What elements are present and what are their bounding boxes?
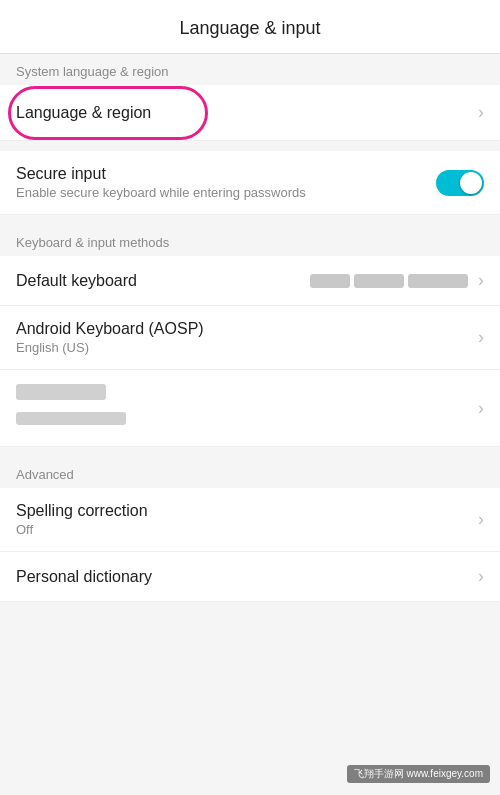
chevron-icon-personal-dictionary: › <box>478 566 484 587</box>
row-right-blurred: › <box>474 398 484 419</box>
page-wrapper: Language & input System language & regio… <box>0 0 500 795</box>
gap-2 <box>0 215 500 225</box>
blurred-value-part1 <box>310 274 350 288</box>
secure-input-toggle[interactable] <box>436 170 484 196</box>
setting-row-personal-dictionary[interactable]: Personal dictionary › <box>0 552 500 602</box>
setting-row-android-keyboard[interactable]: Android Keyboard (AOSP) English (US) › <box>0 306 500 370</box>
setting-title-android-keyboard: Android Keyboard (AOSP) <box>16 320 474 338</box>
chevron-icon-blurred: › <box>478 398 484 419</box>
setting-content-blurred <box>16 384 474 432</box>
header: Language & input <box>0 0 500 54</box>
setting-content-spelling-correction: Spelling correction Off <box>16 502 474 537</box>
setting-row-spelling-correction[interactable]: Spelling correction Off › <box>0 488 500 552</box>
setting-subtitle-spelling-correction: Off <box>16 522 474 537</box>
section-label-system-language: System language & region <box>0 54 500 85</box>
setting-row-blurred-item[interactable]: › <box>0 370 500 447</box>
blurred-value-part3 <box>408 274 468 288</box>
setting-row-secure-input[interactable]: Secure input Enable secure keyboard whil… <box>0 151 500 215</box>
blurred-title <box>16 384 106 400</box>
setting-content-language-region: Language & region <box>16 104 474 122</box>
chevron-icon-spelling-correction: › <box>478 509 484 530</box>
setting-row-language-region[interactable]: Language & region › <box>0 85 500 141</box>
setting-title-secure-input: Secure input <box>16 165 436 183</box>
setting-title-personal-dictionary: Personal dictionary <box>16 568 474 586</box>
setting-content-secure-input: Secure input Enable secure keyboard whil… <box>16 165 436 200</box>
page-title: Language & input <box>179 18 320 38</box>
row-right-spelling-correction: › <box>474 509 484 530</box>
watermark: 飞翔手游网 www.feixgey.com <box>347 765 490 783</box>
blurred-subtitle <box>16 412 126 425</box>
secure-input-toggle-container <box>436 170 484 196</box>
row-right-android-keyboard: › <box>474 327 484 348</box>
blurred-value-part2 <box>354 274 404 288</box>
setting-content-android-keyboard: Android Keyboard (AOSP) English (US) <box>16 320 474 355</box>
gap-1 <box>0 141 500 151</box>
chevron-icon-android-keyboard: › <box>478 327 484 348</box>
setting-subtitle-secure-input: Enable secure keyboard while entering pa… <box>16 185 436 200</box>
chevron-icon-language-region: › <box>478 102 484 123</box>
setting-subtitle-android-keyboard: English (US) <box>16 340 474 355</box>
setting-content-default-keyboard: Default keyboard <box>16 272 310 290</box>
setting-row-default-keyboard[interactable]: Default keyboard › <box>0 256 500 306</box>
chevron-icon-default-keyboard: › <box>478 270 484 291</box>
section-label-advanced: Advanced <box>0 457 500 488</box>
gap-3 <box>0 447 500 457</box>
row-right-language-region: › <box>474 102 484 123</box>
section-label-keyboard: Keyboard & input methods <box>0 225 500 256</box>
setting-title-spelling-correction: Spelling correction <box>16 502 474 520</box>
setting-content-personal-dictionary: Personal dictionary <box>16 568 474 586</box>
row-right-personal-dictionary: › <box>474 566 484 587</box>
setting-title-default-keyboard: Default keyboard <box>16 272 310 290</box>
row-right-default-keyboard: › <box>310 270 484 291</box>
setting-title-language-region: Language & region <box>16 104 474 122</box>
